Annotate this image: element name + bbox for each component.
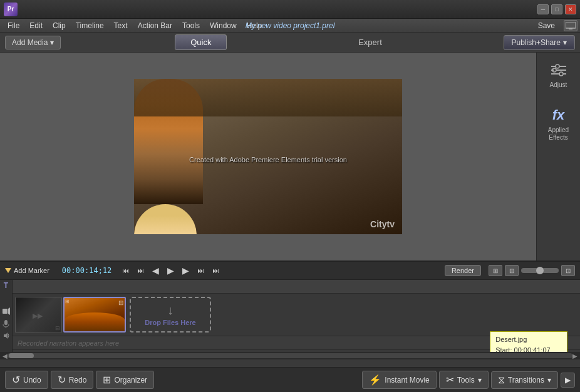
zoom-in-button[interactable]: ⊞ — [489, 265, 502, 276]
fx-icon: fx — [547, 106, 570, 124]
add-media-label: Add Media — [12, 38, 48, 47]
step-forward-button[interactable]: ▶ — [179, 264, 192, 277]
track-icons-column: T — [0, 280, 13, 352]
clip-menu-icon: ⊟ — [118, 299, 123, 306]
app-wrapper: Pr ─ □ ✕ File Edit Clip Timeline Text Ac… — [0, 0, 580, 392]
undo-button[interactable]: ↺ Undo — [5, 371, 48, 389]
menu-bar: File Edit Clip Timeline Text Action Bar … — [0, 19, 580, 33]
text-track-icon[interactable]: T — [4, 281, 8, 290]
trial-overlay-text: Created with Adobe Premiere Elements tri… — [189, 156, 347, 163]
preview-row: Created with Adobe Premiere Elements tri… — [0, 53, 580, 260]
instant-movie-icon: ⚡ — [369, 374, 381, 386]
menu-tools[interactable]: Tools — [177, 20, 205, 31]
audio-track-icon[interactable] — [3, 332, 10, 341]
organizer-icon: ⊞ — [103, 374, 111, 386]
menu-file[interactable]: File — [3, 20, 24, 31]
title-bar-controls: ─ □ ✕ — [537, 4, 576, 14]
marker-icon — [5, 268, 11, 273]
scroll-right-arrow[interactable]: ▶ — [572, 353, 577, 359]
title-bar: Pr ─ □ ✕ — [0, 0, 580, 19]
video-clip[interactable]: ⊞ ⊟ — [63, 297, 126, 333]
zoom-out-button[interactable]: ⊟ — [505, 265, 519, 276]
clip-black[interactable]: ▶▶ ⊟ — [15, 297, 62, 333]
drop-zone[interactable]: ↓ Drop Files Here — [130, 297, 211, 333]
play-button[interactable]: ▶ — [164, 264, 177, 277]
project-title: My new video project1.prel — [246, 21, 335, 30]
redo-button[interactable]: ↻ Redo — [51, 371, 94, 389]
tools-label: Tools — [457, 376, 475, 384]
narration-track-icon[interactable] — [3, 320, 9, 329]
publish-share-label: Publish+Share — [512, 38, 561, 47]
undo-label: Undo — [23, 376, 41, 384]
publish-share-button[interactable]: Publish+Share ▾ — [504, 35, 575, 50]
instant-movie-button[interactable]: ⚡ Instant Movie — [362, 371, 436, 389]
go-to-end-button[interactable]: ⏭ — [209, 264, 222, 277]
next-edit-button[interactable]: ⏭ — [194, 264, 207, 277]
expert-button[interactable]: Expert — [351, 35, 390, 49]
svg-marker-12 — [8, 307, 10, 315]
transitions-arrow: ▾ — [547, 376, 551, 384]
maximize-button[interactable]: □ — [551, 4, 562, 14]
menu-text[interactable]: Text — [109, 20, 133, 31]
tracks-content: ▶▶ ⊟ ⊞ — [13, 280, 580, 352]
organizer-button[interactable]: ⊞ Organizer — [96, 371, 154, 389]
close-button[interactable]: ✕ — [565, 4, 576, 14]
prev-edit-button[interactable]: ⏭ — [134, 264, 147, 277]
instant-movie-label: Instant Movie — [385, 376, 429, 384]
save-button[interactable]: Save — [532, 21, 561, 31]
go-to-start-button[interactable]: ⏮ — [119, 264, 132, 277]
video-track: ▶▶ ⊟ ⊞ — [13, 294, 580, 336]
render-button[interactable]: Render — [445, 265, 481, 276]
applied-effects-button[interactable]: fx Applied Effects — [541, 103, 577, 145]
redo-label: Redo — [69, 376, 87, 384]
zoom-slider[interactable] — [521, 268, 559, 273]
transitions-label: Transitions — [508, 376, 544, 384]
timeline-area: T — [0, 280, 580, 352]
svg-rect-11 — [3, 309, 8, 314]
narration-placeholder-text: Recorded narration appears here — [18, 339, 119, 347]
app-icon-label: Pr — [8, 6, 14, 13]
menu-action-bar[interactable]: Action Bar — [133, 20, 177, 31]
preview-section: Created with Adobe Premiere Elements tri… — [0, 53, 536, 260]
svg-rect-1 — [569, 28, 572, 29]
video-preview: Created with Adobe Premiere Elements tri… — [134, 79, 402, 234]
more-button[interactable]: ▶ — [561, 373, 575, 388]
text-track — [13, 280, 580, 294]
adjust-button[interactable]: Adjust — [541, 58, 577, 93]
video-background: Created with Adobe Premiere Elements tri… — [134, 79, 402, 234]
minimize-button[interactable]: ─ — [537, 4, 549, 14]
svg-marker-15 — [4, 333, 8, 339]
toolbar: Add Media ▾ Quick Expert Publish+Share ▾ — [0, 33, 580, 53]
zoom-slider-thumb — [536, 267, 544, 274]
transitions-button[interactable]: ⧖ Transitions ▾ — [491, 371, 558, 389]
scroll-left-arrow[interactable]: ◀ — [3, 353, 8, 359]
content-area: Created with Adobe Premiere Elements tri… — [0, 53, 580, 367]
add-marker-button[interactable]: Add Marker — [5, 267, 49, 274]
horizontal-scrollbar[interactable]: ◀ ▶ — [0, 352, 580, 359]
video-track-icon[interactable] — [3, 307, 10, 316]
tools-arrow: ▾ — [478, 376, 482, 384]
menu-window[interactable]: Window — [205, 20, 242, 31]
publish-share-arrow: ▾ — [563, 38, 567, 47]
menu-clip[interactable]: Clip — [48, 20, 71, 31]
monitor-icon-button[interactable] — [564, 20, 577, 31]
svg-rect-13 — [4, 320, 8, 325]
redo-icon: ↻ — [58, 374, 66, 386]
organizer-label: Organizer — [114, 376, 147, 384]
tools-button[interactable]: ✂ Tools ▾ — [439, 371, 489, 389]
undo-icon: ↺ — [12, 374, 20, 386]
person2-silhouette — [134, 204, 197, 234]
adjust-label: Adjust — [550, 81, 567, 89]
citytv-logo: Citytv — [370, 219, 395, 229]
menu-edit[interactable]: Edit — [24, 20, 48, 31]
add-media-button[interactable]: Add Media ▾ — [5, 36, 61, 49]
scroll-thumb[interactable] — [9, 353, 34, 358]
add-marker-label: Add Marker — [14, 267, 49, 274]
step-back-button[interactable]: ◀ — [149, 264, 162, 277]
timecode-display: 00:00:14;12 — [62, 266, 111, 275]
menu-timeline[interactable]: Timeline — [71, 20, 109, 31]
quick-button[interactable]: Quick — [175, 34, 227, 50]
scroll-track[interactable] — [8, 353, 572, 358]
preview-and-panel: Created with Adobe Premiere Elements tri… — [0, 53, 580, 367]
timeline-settings-button[interactable]: ⊡ — [561, 265, 575, 276]
